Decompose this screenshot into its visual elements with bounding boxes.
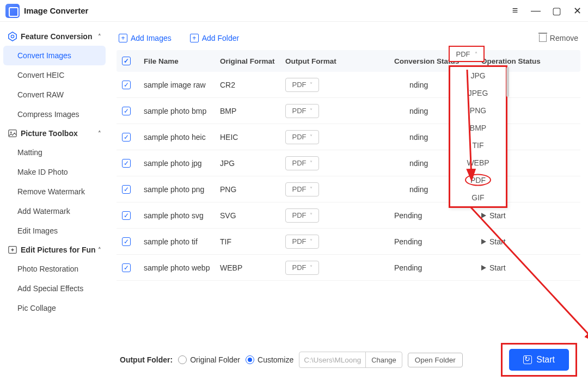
sidebar-item-photo-restoration[interactable]: Photo Restoration [3,259,106,279]
sidebar-item-matting[interactable]: Matting [3,143,106,162]
select-all-checkbox[interactable]: ✓ [122,57,131,65]
chevron-down-icon: ˅ [310,186,313,192]
chevron-up-icon: ˄ [98,130,101,137]
radio-original-label: Original Folder [190,355,240,364]
row-checkbox[interactable]: ✓ [122,81,131,89]
row-checkbox[interactable]: ✓ [122,185,131,194]
chevron-down-icon: ˅ [310,160,313,166]
annotation-oval [465,174,491,186]
dropdown-option-jpg[interactable]: JPG [450,67,506,84]
sidebar-item-convert-heic[interactable]: Convert HEIC [3,65,106,85]
row-start-button[interactable]: Start [481,211,558,220]
row-output-select[interactable]: PDF˅ [285,78,319,92]
output-format-header-select[interactable]: PDF ˄ [449,46,485,62]
window-close-button[interactable]: ✕ [572,5,583,16]
row-output-select[interactable]: PDF˅ [285,104,319,118]
dropdown-option-png[interactable]: PNG [450,102,506,119]
chevron-down-icon: ˅ [310,134,313,140]
sidebar-item-convert-images[interactable]: Convert Images [3,46,106,65]
cell-file-name: sample image raw [144,81,220,89]
svg-marker-0 [9,32,16,41]
toolbar: + Add Images + Add Folder Remove [117,26,580,50]
window-menu-button[interactable]: ≡ [510,5,520,16]
add-folder-button[interactable]: + Add Folder [190,34,239,42]
row-checkbox[interactable]: ✓ [122,107,131,115]
row-checkbox[interactable]: ✓ [122,263,131,272]
row-checkbox[interactable]: ✓ [122,237,131,246]
output-path-box: C:\Users\MLoong Change [299,352,402,368]
table-row: ✓sample photo svgSVGPDF˅PendingStart [117,202,580,229]
sidebar-item-add-special-effects[interactable]: Add Special Effects [3,279,106,298]
dropdown-option-jpeg[interactable]: JPEG [450,84,506,102]
col-operation-status: Operation Status [481,57,558,65]
chevron-up-icon: ˄ [475,51,477,57]
cell-original-format: WEBP [220,263,285,272]
dropdown-option-bmp[interactable]: BMP [450,119,506,137]
chevron-up-icon: ˄ [98,33,101,40]
dropdown-option-webp[interactable]: WEBP [450,154,506,171]
window-maximize-button[interactable]: ▢ [551,5,562,16]
row-output-select[interactable]: PDF˅ [285,208,319,223]
radio-icon [246,355,254,364]
sidebar-item-remove-watermark[interactable]: Remove Watermark [3,182,106,201]
chevron-down-icon: ˅ [310,265,313,271]
radio-customize[interactable]: Customize [246,355,293,364]
cell-original-format: PNG [220,185,285,194]
row-checkbox[interactable]: ✓ [122,133,131,142]
cell-file-name: sample photo svg [144,211,220,220]
row-start-button[interactable]: Start [481,263,558,272]
cell-file-name: sample photo webp [144,263,220,272]
col-file-name: File Name [144,57,220,65]
sidebar-item-add-watermark[interactable]: Add Watermark [3,201,106,221]
sidebar-section-feature-conversion[interactable]: Feature Conversion ˄ [3,27,106,46]
cell-conversion-status: Pending [394,263,481,272]
sidebar-item-convert-raw[interactable]: Convert RAW [3,85,106,105]
change-button[interactable]: Change [365,352,402,368]
window-minimize-button[interactable]: — [530,5,541,16]
cell-original-format: JPG [220,159,285,168]
table-row: ✓sample photo pngPNGPDF˅ndingStart [117,176,580,202]
dropdown-option-pdf[interactable]: PDF [450,171,506,189]
output-folder-label: Output Folder: [120,355,173,364]
open-folder-button[interactable]: Open Folder [408,353,463,367]
row-output-select[interactable]: PDF˅ [285,156,319,170]
row-start-button[interactable]: Start [481,237,558,246]
remove-button[interactable]: Remove [539,34,578,42]
table-row: ✓sample photo bmpBMPPDF˅ndingStart [117,98,580,124]
row-checkbox[interactable]: ✓ [122,211,131,220]
row-output-select[interactable]: PDF˅ [285,235,319,249]
sidebar-item-make-id-photo[interactable]: Make ID Photo [3,162,106,182]
titlebar: Image Converter ≡ — ▢ ✕ [0,0,588,22]
footer-bar: Output Folder: Original Folder Customize… [117,339,580,381]
sidebar-item-pic-collage[interactable]: Pic Collage [3,298,106,318]
sparkle-icon [8,245,17,255]
add-images-label: Add Images [131,34,171,42]
dropdown-scrollbar[interactable] [506,67,509,97]
sidebar-section-edit-for-fun[interactable]: Edit Pictures for Fun ˄ [3,241,106,259]
table-body: ✓sample image rawCR2PDF˅ndingStart✓sampl… [117,72,580,281]
table-row: ✓sample image rawCR2PDF˅ndingStart [117,72,580,98]
row-output-select[interactable]: PDF˅ [285,261,319,275]
row-output-select[interactable]: PDF˅ [285,130,319,144]
chevron-up-icon: ˄ [98,247,101,254]
convert-icon [523,355,532,364]
sidebar-section-label: Edit Pictures for Fun [21,245,96,254]
sidebar-item-edit-images[interactable]: Edit Images [3,221,106,241]
sidebar: Feature Conversion ˄ Convert Images Conv… [0,22,109,381]
row-output-select[interactable]: PDF˅ [285,182,319,196]
dropdown-option-tif[interactable]: TIF [450,137,506,154]
output-format-dropdown: JPG JPEG PNG BMP TIF WEBP PDF GIF [449,65,507,208]
sidebar-section-picture-toolbox[interactable]: Picture Toolbox ˄ [3,124,106,143]
col-output-format: Output Format [285,57,340,65]
cell-file-name: sample photo heic [144,133,220,142]
row-checkbox[interactable]: ✓ [122,159,131,168]
chevron-down-icon: ˅ [310,238,313,244]
start-all-button[interactable]: Start [509,349,569,371]
radio-original-folder[interactable]: Original Folder [178,355,240,364]
dropdown-option-gif[interactable]: GIF [450,189,506,206]
start-all-label: Start [536,355,555,365]
sidebar-section-label: Picture Toolbox [21,129,78,138]
add-images-button[interactable]: + Add Images [119,34,171,42]
sidebar-item-compress-images[interactable]: Compress Images [3,105,106,124]
svg-point-1 [11,35,14,38]
